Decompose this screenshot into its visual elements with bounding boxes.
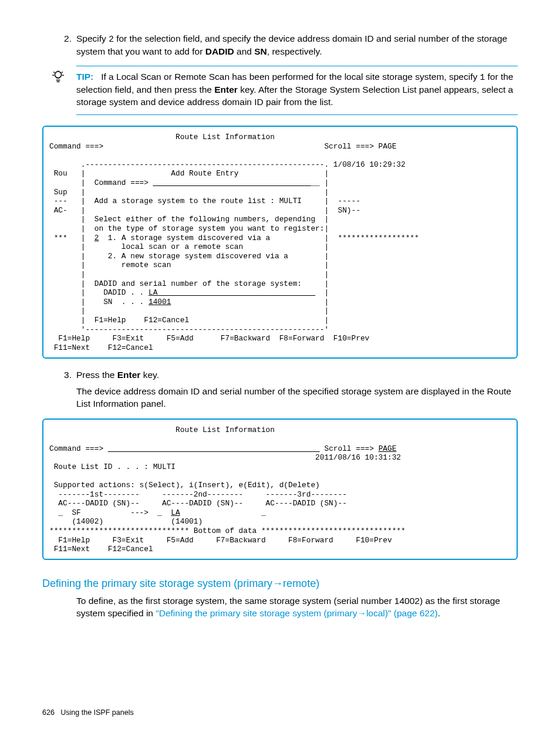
terminal-route-list-information: Route List Information Command ===> Scro…: [42, 418, 518, 560]
step-2-num: 2.: [59, 33, 72, 45]
step-2-text-a: Specify: [76, 33, 109, 43]
section-paragraph: To define, as the first storage system, …: [76, 595, 518, 620]
section-heading: Defining the primary site storage system…: [42, 576, 518, 590]
step-2: 2. Specify 2 for the selection field, an…: [76, 33, 518, 58]
section-link[interactable]: "Defining the primary site storage syste…: [156, 608, 438, 618]
step-3-text-a: Press the: [76, 370, 117, 380]
tip-label: TIP:: [76, 72, 93, 82]
page-footer: 626 Using the ISPF panels: [42, 708, 134, 718]
step-2-code-2: 2: [109, 35, 114, 44]
step-3: 3. Press the Enter key. The device addre…: [76, 369, 518, 411]
dadid-label: DADID: [205, 46, 234, 56]
sn-label: SN: [254, 46, 267, 56]
step-3-num: 3.: [59, 369, 72, 382]
tip-code-1: 1: [480, 73, 485, 82]
step-3-para: The device address domain ID and serial …: [76, 386, 518, 410]
step-2-text-c: and: [234, 46, 254, 56]
tip-box: TIP: If a Local Scan or Remote Scan has …: [76, 66, 518, 114]
terminal-add-route-entry: Route List Information Command ===> Scro…: [42, 126, 518, 359]
step-2-text-d: , respectively.: [267, 46, 322, 56]
step-3-enter: Enter: [117, 370, 141, 380]
tip-enter: Enter: [214, 85, 238, 94]
page-number: 626: [42, 708, 55, 717]
footer-title: Using the ISPF panels: [60, 708, 133, 717]
tip-text-a: If a Local Scan or Remote Scan has been …: [101, 72, 480, 82]
section-text-b: .: [438, 608, 440, 618]
lightbulb-icon: [52, 70, 65, 87]
svg-point-0: [55, 72, 62, 78]
step-3-text-b: key.: [140, 370, 159, 380]
